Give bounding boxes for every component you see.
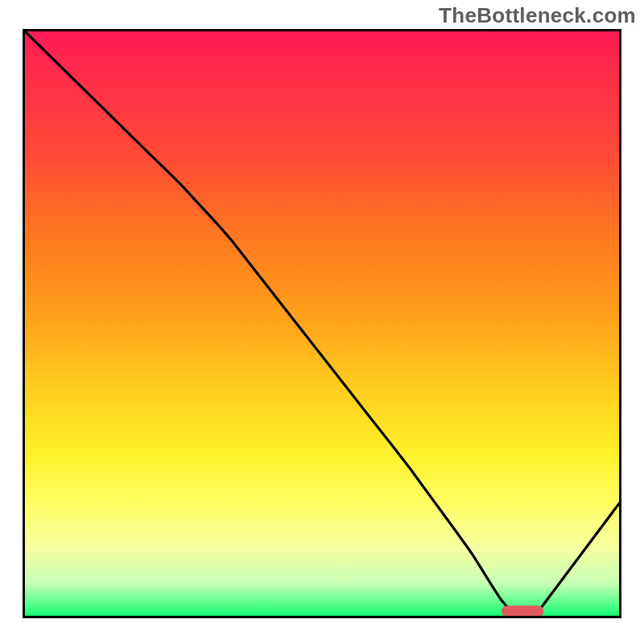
bottleneck-curve-line: [23, 29, 621, 618]
chart-container: TheBottleneck.com: [0, 0, 644, 644]
chart-overlay: [23, 29, 621, 618]
optimal-range-marker: [502, 605, 543, 617]
plot-frame: [23, 29, 621, 618]
watermark-text: TheBottleneck.com: [439, 3, 636, 28]
